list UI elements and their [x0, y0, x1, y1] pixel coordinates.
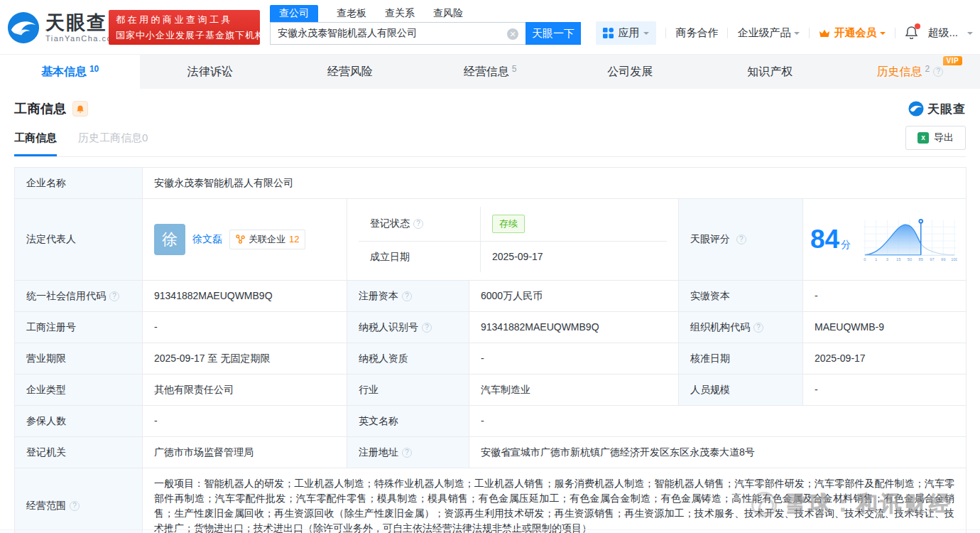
company-name-label: 企业名称: [15, 168, 143, 199]
org-code-label: 组织机构代码: [690, 321, 750, 333]
status-badge: 存续: [492, 215, 525, 233]
help-icon[interactable]: ?: [933, 67, 943, 77]
company-section-tabs: 基本信息 10 法律诉讼 经营风险 经营信息 5 公司发展 知识产权 VIP 历…: [0, 54, 980, 89]
help-icon[interactable]: ?: [402, 291, 412, 301]
search-box: 查公司 查老板 查关系 查风险 ✕ 天眼一下: [270, 5, 581, 45]
nav-open-vip[interactable]: 开通会员: [819, 26, 886, 40]
search-button[interactable]: 天眼一下: [526, 22, 581, 45]
tab-basic-info[interactable]: 基本信息 10: [0, 55, 140, 89]
reg-capital-label: 注册资本: [359, 290, 398, 301]
svg-text:97: 97: [930, 257, 934, 261]
reg-address-value: 安徽省宣城市广德市新杭镇广德经济开发区东区永茂泰大道8号: [469, 436, 967, 468]
tab-business-info[interactable]: 经营信息 5: [420, 55, 560, 89]
apps-menu[interactable]: 应用: [596, 21, 656, 45]
credit-code-label-cell: 统一社会信用代码?: [15, 280, 143, 311]
svg-text:99: 99: [941, 257, 945, 261]
paid-capital-label: 实缴资本: [679, 280, 803, 311]
chevron-down-icon: [794, 32, 800, 38]
subtab-history-registration[interactable]: 历史工商信息0: [78, 127, 148, 156]
business-registration-table: 企业名称 安徽永茂泰智能机器人有限公司 法定代表人 徐 徐文磊 关: [14, 167, 967, 533]
tab-label: 知识产权: [747, 65, 793, 80]
svg-text:100: 100: [951, 257, 957, 261]
tab-operational-risk[interactable]: 经营风险: [280, 55, 420, 89]
tab-label: 法律诉讼: [187, 65, 233, 80]
user-account[interactable]: 超级...: [927, 26, 958, 40]
svg-text:3: 3: [886, 257, 888, 261]
search-tab-risk[interactable]: 查风险: [433, 7, 463, 22]
tab-count: 10: [89, 64, 99, 74]
search-tab-boss[interactable]: 查老板: [337, 7, 366, 22]
corner-logo-text: 天眼查: [927, 101, 966, 117]
subscribe-bell-icon[interactable]: [72, 101, 88, 117]
crown-icon: [819, 28, 830, 38]
reg-number-value: -: [143, 311, 347, 343]
help-icon[interactable]: ?: [736, 235, 746, 244]
approval-date-label: 核准日期: [679, 343, 803, 374]
score-distribution-chart: 0 1 3 15 50 85 97 99 100: [859, 217, 957, 262]
reg-number-label: 工商注册号: [15, 311, 143, 343]
business-scope-label-cell: 经营范围?: [15, 468, 143, 533]
tianyancha-swirl-icon: [908, 101, 924, 117]
tab-label: 公司发展: [607, 65, 653, 80]
tab-intellectual-property[interactable]: 知识产权: [700, 55, 840, 89]
help-icon[interactable]: ?: [413, 219, 423, 229]
company-type-value: 其他有限责任公司: [143, 374, 347, 405]
search-input[interactable]: [271, 23, 526, 44]
related-companies-count: 12: [289, 232, 299, 247]
subtabs-row: 工商信息 历史工商信息0 x 导出: [14, 127, 966, 157]
clear-search-icon[interactable]: ✕: [507, 28, 518, 40]
industry-label: 行业: [347, 374, 469, 405]
legal-rep-name-link[interactable]: 徐文磊: [192, 232, 222, 247]
credit-code-label: 统一社会信用代码: [26, 290, 106, 301]
export-button[interactable]: x 导出: [905, 126, 966, 150]
help-icon[interactable]: ?: [753, 323, 763, 333]
score-label: 天眼评分: [690, 233, 730, 244]
tianyancha-swirl-icon: [7, 11, 40, 44]
tab-legal-proceedings[interactable]: 法律诉讼: [140, 55, 280, 89]
business-scope-value: 一般项目：智能机器人的研发；工业机器人制造；特殊作业机器人制造；工业机器人销售；…: [143, 468, 967, 533]
org-code-value: MAEUQWMB-9: [803, 311, 967, 343]
help-icon[interactable]: ?: [70, 501, 80, 511]
legal-rep-label: 法定代表人: [15, 199, 143, 281]
table-row: 登记机关 广德市市场监督管理局 注册地址? 安徽省宣城市广德市新杭镇广德经济开发…: [15, 436, 967, 468]
search-tab-relation[interactable]: 查关系: [385, 7, 415, 22]
help-icon[interactable]: ?: [109, 291, 119, 301]
help-icon[interactable]: ?: [402, 448, 412, 458]
industry-value: 汽车制造业: [469, 374, 679, 405]
site-logo[interactable]: 天眼查 TianYanCha.com: [7, 11, 120, 44]
tianyan-score[interactable]: 84分: [810, 217, 959, 262]
tab-count: 2: [925, 64, 930, 74]
subtab-business-registration[interactable]: 工商信息: [14, 127, 57, 156]
page-title: 工商信息: [14, 100, 67, 117]
vip-badge: VIP: [943, 56, 963, 65]
related-companies-label: 关联企业: [249, 232, 285, 247]
divider: [809, 28, 810, 38]
table-row: 法定代表人 徐 徐文磊 关联企业 12: [15, 199, 967, 281]
tab-label: 基本信息: [41, 65, 87, 80]
table-row: 营业期限 2025-09-17 至 无固定期限 纳税人资质 - 核准日期 202…: [15, 343, 967, 374]
tab-history-info[interactable]: VIP 历史信息 2 ?: [840, 55, 980, 89]
corner-watermark-logo: 天眼查: [908, 101, 966, 117]
notification-dot: [915, 23, 920, 29]
nav-cooperation[interactable]: 商务合作: [675, 26, 718, 40]
help-icon[interactable]: ?: [422, 323, 432, 333]
org-code-label-cell: 组织机构代码?: [679, 311, 803, 343]
insured-value: -: [143, 405, 347, 436]
reg-capital-value: 6000万人民币: [469, 280, 679, 311]
legal-rep-avatar[interactable]: 徐: [154, 224, 185, 255]
table-row: 工商注册号 - 纳税人识别号? 91341882MAEUQWMB9Q 组织机构代…: [15, 311, 967, 343]
search-tabs: 查公司 查老板 查关系 查风险: [270, 5, 581, 22]
notifications-bell-icon[interactable]: [905, 26, 918, 41]
table-row: 统一社会信用代码? 91341882MAEUQWMB9Q 注册资本? 6000万…: [15, 280, 967, 311]
approval-date-value: 2025-09-17: [803, 343, 967, 374]
taxpayer-quality-label: 纳税人资质: [347, 343, 469, 374]
tab-label: 经营信息: [464, 65, 509, 80]
tab-company-development[interactable]: 公司发展: [560, 55, 700, 89]
nav-enterprise-products[interactable]: 企业级产品: [737, 26, 800, 40]
divider: [0, 529, 980, 530]
search-tab-company[interactable]: 查公司: [270, 5, 318, 22]
business-term-value: 2025-09-17 至 无固定期限: [143, 343, 347, 374]
reg-status-label: 登记状态: [370, 216, 410, 231]
network-icon: [236, 235, 245, 244]
related-companies-badge[interactable]: 关联企业 12: [229, 230, 305, 249]
